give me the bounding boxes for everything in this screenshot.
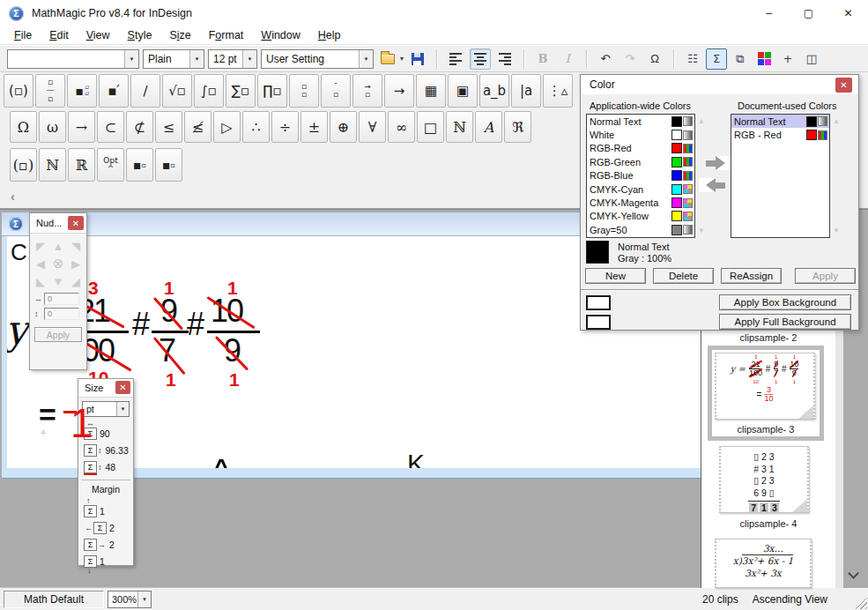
chevron-down-icon[interactable] xyxy=(137,591,151,607)
nudge-s-button[interactable]: ▼ xyxy=(49,272,67,290)
delete-button[interactable]: Delete xyxy=(653,268,714,284)
menu-file[interactable]: File xyxy=(5,27,41,44)
nudge-titlebar[interactable]: Nud... ✕ xyxy=(30,213,86,234)
palette-not-less-equal[interactable]: ≰ xyxy=(184,111,211,143)
new-button[interactable]: New xyxy=(585,268,646,284)
palette-right-arrow[interactable]: → xyxy=(68,111,95,143)
nudge-n-button[interactable]: ▲ xyxy=(49,237,67,255)
palette-sum-template[interactable]: ∑▫ xyxy=(226,74,256,108)
nudge-tool-button[interactable]: + xyxy=(777,48,798,70)
chevron-down-icon[interactable] xyxy=(242,50,256,68)
save-button[interactable] xyxy=(407,48,428,70)
minimize-button[interactable]: – xyxy=(749,0,789,26)
palette-prime-template[interactable]: ▪′ xyxy=(99,74,129,108)
palette-fence-template-small[interactable]: (▫) xyxy=(10,148,37,182)
zoom-combo[interactable]: 300% xyxy=(108,591,152,608)
palette-slash-template[interactable]: ∕ xyxy=(130,74,160,108)
color-item-gray-50[interactable]: Gray=50 xyxy=(587,223,694,236)
options-list-button[interactable]: ☷ xyxy=(682,48,703,70)
menu-size[interactable]: Size xyxy=(160,27,199,44)
palette-natural-numbers-set[interactable]: ℕ xyxy=(39,148,66,182)
apply-box-background-button[interactable]: Apply Box Background xyxy=(719,294,851,310)
scroll-down-icon[interactable] xyxy=(848,568,859,579)
color-palette-button[interactable] xyxy=(753,48,775,70)
menu-help[interactable]: Help xyxy=(309,27,350,44)
palette-align-template[interactable]: ⋮▵ xyxy=(543,74,573,108)
scroll-down-icon[interactable]: ▼ xyxy=(698,227,705,234)
palette-omega-lower[interactable]: ω xyxy=(39,111,66,143)
chevron-down-icon[interactable] xyxy=(124,50,138,68)
palette-subset[interactable]: ⊂ xyxy=(97,111,124,143)
text-style-combo[interactable]: Plain xyxy=(143,49,204,69)
equation-editor-button[interactable]: Σ xyxy=(706,48,727,70)
color-panel-titlebar[interactable]: Color ✕ xyxy=(581,75,858,94)
palette-spacing-template[interactable]: a_b xyxy=(479,74,509,108)
box-background-swatch[interactable] xyxy=(586,295,611,310)
palette-infinity[interactable]: ∞ xyxy=(388,111,415,143)
palette-superscript-template[interactable]: ▪▫ xyxy=(126,148,153,182)
horizontal-nudge-input[interactable]: 0 xyxy=(44,293,79,305)
palette-real-numbers-set[interactable]: ℝ xyxy=(68,148,95,182)
color-item-rgb-green[interactable]: RGB-Green xyxy=(587,155,694,168)
redo-button[interactable]: ↷ xyxy=(619,48,641,70)
color-item-rgb-red[interactable]: RGB-Red xyxy=(587,142,694,155)
view-mode[interactable]: Ascending View xyxy=(753,593,827,606)
nudge-w-button[interactable]: ◀ xyxy=(32,255,49,272)
palette-scroll-left-icon[interactable]: ‹ xyxy=(11,189,15,204)
palette-arrow-template[interactable]: → xyxy=(384,74,414,108)
nudge-sw-button[interactable]: ◣ xyxy=(32,272,49,290)
palette-omega-upper[interactable]: Ω xyxy=(10,111,37,143)
palette-option-template[interactable]: Opt ^ xyxy=(97,148,124,182)
vertical-nudge-input[interactable]: 0 xyxy=(44,308,79,320)
nudge-se-button[interactable]: ◢ xyxy=(67,272,85,290)
menu-window[interactable]: Window xyxy=(252,27,308,44)
remove-color-arrow-button[interactable] xyxy=(705,178,726,193)
palette-radical-template[interactable]: √▫ xyxy=(162,74,192,108)
close-icon[interactable]: ✕ xyxy=(68,216,84,230)
nudge-ne-button[interactable]: ◥ xyxy=(67,237,85,255)
color-item-cmyk-magenta[interactable]: CMYK-Magenta xyxy=(587,196,694,209)
repeat-button[interactable]: Ω xyxy=(644,48,665,70)
palette-integral-template[interactable]: ∫▫ xyxy=(194,74,224,108)
open-button[interactable] xyxy=(377,48,398,70)
palette-fence-template[interactable]: (▫) xyxy=(4,74,33,108)
palette-subscript-template[interactable]: ▪▫ xyxy=(155,148,182,182)
color-item-white[interactable]: White xyxy=(587,128,694,141)
palette-italic-a[interactable]: A xyxy=(475,111,502,143)
color-item-cmyk-yellow[interactable]: CMYK-Yellow xyxy=(587,210,694,223)
bold-button[interactable]: B xyxy=(532,48,553,70)
palette-vector-template[interactable]: → ▫ xyxy=(352,74,382,108)
equation-style-combo[interactable] xyxy=(7,49,139,69)
view-layout-button[interactable]: ◫ xyxy=(801,48,822,70)
align-left-button[interactable] xyxy=(445,48,466,70)
palette-real-part[interactable]: ℜ xyxy=(504,111,531,143)
palette-fraction-template[interactable]: ▫ — ▫ xyxy=(35,74,65,108)
nudge-nw-button[interactable]: ◤ xyxy=(32,237,49,255)
close-button[interactable]: ✕ xyxy=(828,0,868,26)
setting-combo[interactable]: User Setting xyxy=(261,49,374,69)
menu-style[interactable]: Style xyxy=(119,27,161,44)
italic-button[interactable]: I xyxy=(557,48,578,70)
palette-divide[interactable]: ÷ xyxy=(271,111,299,143)
apply-button[interactable]: Apply xyxy=(795,268,856,284)
math-style-indicator[interactable]: Math Default xyxy=(4,591,104,608)
scroll-down-icon[interactable]: ▼ xyxy=(833,227,840,234)
menu-view[interactable]: View xyxy=(78,27,119,44)
color-item-rgb-blue[interactable]: RGB-Blue xyxy=(587,169,694,182)
palette-natural-numbers[interactable]: ℕ xyxy=(446,111,473,143)
reassign-button[interactable]: ReAssign xyxy=(721,268,782,284)
clip-item[interactable]: ▯ 2 3# 3 1▯ 2 36 9 ▯713 xyxy=(719,446,809,513)
menu-format[interactable]: Format xyxy=(200,27,253,44)
scroll-up-icon[interactable]: ▲ xyxy=(698,117,705,125)
size-titlebar[interactable]: Size ✕ xyxy=(78,379,133,398)
palette-circled-plus[interactable]: ⊕ xyxy=(330,111,357,143)
open-dropdown-icon[interactable]: ▾ xyxy=(400,55,404,63)
chevron-down-icon[interactable] xyxy=(189,50,204,68)
palette-triangle-right[interactable]: ▷ xyxy=(213,111,241,143)
document-colors-list[interactable]: Normal TextRGB - Red xyxy=(731,114,830,238)
palette-matrix-template[interactable]: ▦ xyxy=(416,74,446,108)
palette-not-subset[interactable]: ⊄ xyxy=(126,111,153,143)
undo-button[interactable]: ↶ xyxy=(595,48,616,70)
palette-underover-template[interactable]: ▫ ▫ xyxy=(289,74,319,108)
nudge-apply-button[interactable]: Apply xyxy=(34,327,82,342)
